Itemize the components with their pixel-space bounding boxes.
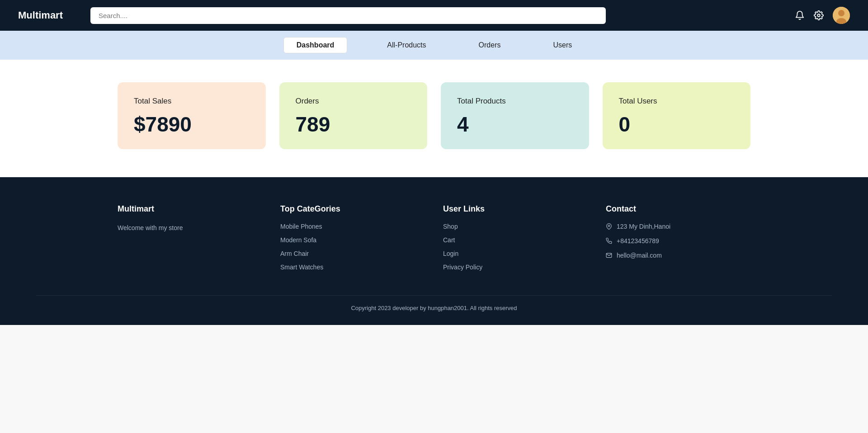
stat-card-users: Total Users 0 [603, 82, 751, 149]
footer-link-shop[interactable]: Shop [443, 223, 588, 230]
footer-contact-title: Contact [606, 204, 750, 214]
svg-point-2 [838, 10, 844, 16]
address-text: 123 My Dinh,Hanoi [617, 223, 670, 230]
stat-label-users: Total Users [619, 97, 735, 106]
email-icon [606, 252, 612, 260]
footer-link-smart-watches[interactable]: Smart Watches [280, 264, 425, 271]
footer-link-privacy[interactable]: Privacy Policy [443, 264, 588, 271]
avatar[interactable] [833, 7, 850, 24]
svg-point-0 [817, 14, 820, 17]
nav-item-users[interactable]: Users [540, 38, 585, 53]
footer-categories-title: Top CateGories [280, 204, 425, 214]
settings-icon[interactable] [814, 10, 824, 20]
stats-grid: Total Sales $7890 Orders 789 Total Produ… [118, 82, 750, 149]
footer-user-links-title: User Links [443, 204, 588, 214]
footer-categories-col: Top CateGories Mobile Phones Modern Sofa… [280, 204, 425, 277]
email-text: hello@mail.com [617, 252, 662, 259]
phone-icon [606, 238, 612, 245]
footer-contact-address: 123 My Dinh,Hanoi [606, 223, 750, 231]
footer-bottom: Copyright 2023 developer by hungphan2001… [36, 295, 832, 311]
footer-brand-col: Multimart Welcome with my store [118, 204, 262, 277]
nav-bar: Dashboard All-Products Orders Users [0, 31, 868, 60]
footer-link-mobile-phones[interactable]: Mobile Phones [280, 223, 425, 230]
search-input[interactable] [90, 7, 606, 24]
logo: Multimart [18, 9, 81, 21]
footer-contact-col: Contact 123 My Dinh,Hanoi +84123456789 [606, 204, 750, 277]
header: Multimart [0, 0, 868, 31]
footer-link-cart[interactable]: Cart [443, 236, 588, 244]
stat-value-users: 0 [619, 114, 735, 135]
main-content: Total Sales $7890 Orders 789 Total Produ… [0, 60, 868, 177]
nav-item-dashboard[interactable]: Dashboard [283, 37, 348, 53]
stat-label-sales: Total Sales [134, 97, 250, 106]
stat-value-sales: $7890 [134, 114, 250, 135]
footer-link-arm-chair[interactable]: Arm Chair [280, 250, 425, 257]
nav-item-all-products[interactable]: All-Products [374, 38, 439, 53]
phone-text: +84123456789 [617, 237, 659, 245]
footer-link-login[interactable]: Login [443, 250, 588, 257]
stat-value-orders: 789 [296, 114, 411, 135]
stat-card-products: Total Products 4 [441, 82, 589, 149]
footer-grid: Multimart Welcome with my store Top Cate… [118, 204, 750, 295]
notification-icon[interactable] [795, 10, 805, 20]
stat-label-orders: Orders [296, 97, 411, 106]
stat-value-products: 4 [457, 114, 573, 135]
svg-point-4 [608, 225, 610, 227]
footer-brand-title: Multimart [118, 204, 262, 214]
copyright-text: Copyright 2023 developer by hungphan2001… [351, 305, 517, 311]
stat-card-orders: Orders 789 [279, 82, 428, 149]
footer-link-modern-sofa[interactable]: Modern Sofa [280, 236, 425, 244]
footer-user-links-col: User Links Shop Cart Login Privacy Polic… [443, 204, 588, 277]
footer-tagline: Welcome with my store [118, 223, 262, 233]
stat-label-products: Total Products [457, 97, 573, 106]
search-container [90, 7, 606, 24]
header-icons [795, 7, 850, 24]
nav-item-orders[interactable]: Orders [466, 38, 514, 53]
footer-contact-phone: +84123456789 [606, 237, 750, 245]
footer-contact-email: hello@mail.com [606, 252, 750, 260]
stat-card-sales: Total Sales $7890 [118, 82, 266, 149]
location-icon [606, 223, 612, 231]
footer: Multimart Welcome with my store Top Cate… [0, 177, 868, 325]
